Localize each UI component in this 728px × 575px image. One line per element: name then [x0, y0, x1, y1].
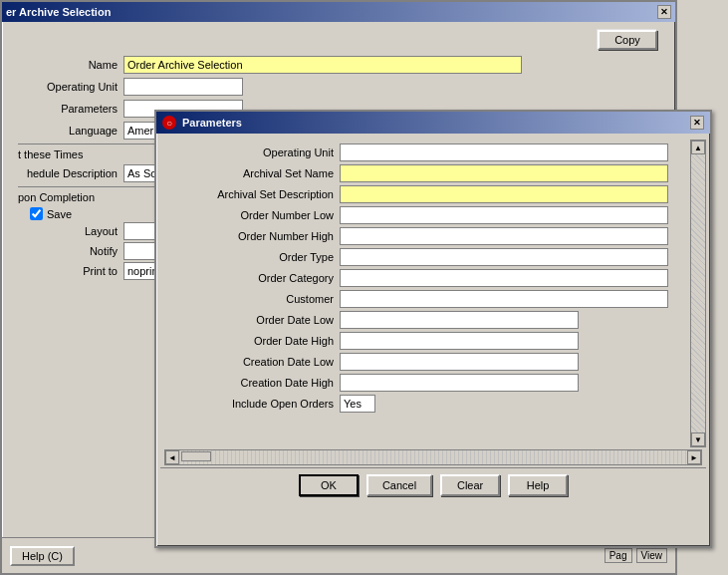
modal-field-row: Creation Date Low	[160, 353, 706, 371]
modal-field-row: Creation Date High	[160, 374, 706, 392]
operating-unit-label: Operating Unit	[18, 81, 118, 93]
modal-field-label: Order Number Low	[164, 209, 334, 221]
modal-field-input-7[interactable]	[340, 290, 668, 308]
parameters-modal: ○ Parameters ✕ Operating UnitArchival Se…	[154, 110, 712, 548]
modal-close-button[interactable]: ✕	[690, 116, 704, 130]
horizontal-scrollbar[interactable]: ◄ ►	[164, 449, 702, 465]
modal-field-label: Include Open Orders	[164, 398, 334, 410]
right-scrollbar[interactable]: ▲ ▼	[690, 140, 706, 447]
scroll-right-arrow[interactable]: ►	[687, 450, 701, 464]
name-label: Name	[18, 59, 118, 71]
modal-field-input-5[interactable]	[340, 248, 668, 266]
scroll-left-arrow[interactable]: ◄	[165, 450, 179, 464]
help-modal-button[interactable]: Help	[508, 474, 568, 496]
modal-field-input-3[interactable]	[340, 206, 668, 224]
help-button[interactable]: Help (C)	[10, 546, 75, 566]
save-checkbox-label: Save	[47, 208, 72, 220]
modal-titlebar: ○ Parameters ✕	[156, 112, 710, 134]
modal-field-label: Archival Set Description	[164, 188, 334, 200]
modal-body: Operating UnitArchival Set NameArchival …	[156, 134, 710, 508]
clear-button[interactable]: Clear	[440, 474, 500, 496]
ok-button[interactable]: OK	[299, 474, 359, 496]
modal-field-label: Order Type	[164, 251, 334, 263]
modal-fields-container: Operating UnitArchival Set NameArchival …	[160, 140, 706, 420]
modal-field-label: Creation Date High	[164, 377, 334, 389]
parameters-label: Parameters	[18, 103, 118, 115]
schedule-desc-label: hedule Description	[18, 167, 118, 179]
scroll-track	[691, 154, 705, 432]
modal-field-input-2[interactable]	[340, 185, 668, 203]
modal-field-row: Operating Unit	[160, 144, 706, 161]
cancel-button[interactable]: Cancel	[366, 474, 432, 496]
operating-unit-input[interactable]	[123, 78, 243, 96]
pager-prev-button[interactable]: Pag	[605, 548, 632, 563]
h-scroll-thumb[interactable]	[181, 451, 211, 461]
language-label: Language	[18, 125, 118, 137]
modal-field-row: Order Number High	[160, 227, 706, 245]
modal-field-input-10[interactable]	[340, 353, 579, 371]
modal-field-label: Order Date High	[164, 335, 334, 347]
modal-field-row: Customer	[160, 290, 706, 308]
print-to-label: Print to	[18, 265, 118, 277]
modal-field-input-11[interactable]	[340, 374, 579, 392]
name-input[interactable]	[123, 56, 522, 74]
pager-view-button[interactable]: View	[636, 548, 668, 563]
modal-field-label: Customer	[164, 293, 334, 305]
scroll-down-arrow[interactable]: ▼	[691, 432, 705, 446]
modal-field-label: Operating Unit	[164, 146, 334, 158]
modal-field-row: Archival Set Name	[160, 164, 706, 182]
scroll-up-arrow[interactable]: ▲	[691, 141, 705, 154]
modal-field-input-6[interactable]	[340, 269, 668, 287]
modal-field-input-8[interactable]	[340, 311, 579, 329]
modal-field-input-9[interactable]	[340, 332, 579, 350]
modal-field-row: Order Category	[160, 269, 706, 287]
layout-label: Layout	[18, 225, 118, 237]
h-scroll-track	[179, 450, 687, 464]
bg-window-title: er Archive Selection	[6, 6, 111, 18]
modal-field-row: Order Date Low	[160, 311, 706, 329]
modal-field-input-4[interactable]	[340, 227, 668, 245]
modal-field-row: Order Type	[160, 248, 706, 266]
modal-field-row: Order Date High	[160, 332, 706, 350]
modal-field-row: Order Number Low	[160, 206, 706, 224]
bg-window-titlebar: er Archive Selection ✕	[2, 2, 675, 22]
modal-title: Parameters	[182, 117, 242, 129]
copy-button[interactable]: Copy	[598, 30, 657, 50]
modal-field-input-12[interactable]	[340, 395, 375, 413]
modal-field-label: Creation Date Low	[164, 356, 334, 368]
modal-field-input-0[interactable]	[340, 144, 668, 161]
modal-field-label: Order Number High	[164, 230, 334, 242]
save-checkbox[interactable]	[30, 207, 43, 220]
modal-field-label: Order Date Low	[164, 314, 334, 326]
modal-field-label: Archival Set Name	[164, 167, 334, 179]
modal-field-input-1[interactable]	[340, 164, 668, 182]
notify-label: Notify	[18, 245, 118, 257]
modal-footer: OK Cancel Clear Help	[160, 467, 706, 502]
modal-icon: ○	[162, 116, 176, 130]
bg-window-close-button[interactable]: ✕	[657, 5, 671, 19]
modal-field-row: Include Open Orders	[160, 395, 706, 413]
modal-field-row: Archival Set Description	[160, 185, 706, 203]
modal-field-label: Order Category	[164, 272, 334, 284]
